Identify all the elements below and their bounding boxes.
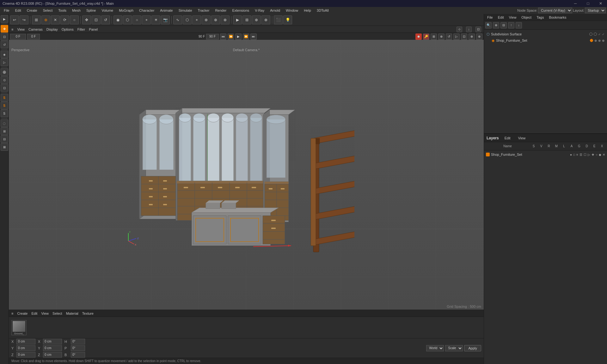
menu-volume[interactable]: Volume <box>99 8 116 13</box>
obj-toolbar-btn-3[interactable]: ⊟ <box>500 22 507 28</box>
tool-s2[interactable]: S <box>1 102 8 109</box>
viewport-fullscreen-btn[interactable]: ⊡ <box>475 27 481 32</box>
tool-mirror[interactable]: ⊙ <box>1 76 8 84</box>
tool-live-select[interactable]: ▷ <box>1 58 8 66</box>
playback-end-btn[interactable]: ⏭ <box>250 33 257 40</box>
viewport-down-btn[interactable]: ↓ <box>466 27 472 32</box>
pos-y-input[interactable] <box>16 345 35 351</box>
coord-mode-select[interactable]: Scale <box>445 345 463 351</box>
timeline-extra2[interactable]: ⊕ <box>469 33 475 40</box>
timeline-loop-btn[interactable]: ↺ <box>446 33 452 40</box>
mograph-btn[interactable]: ⌖ <box>192 15 201 24</box>
viewport-expand-btn[interactable]: ⊹ <box>457 27 462 32</box>
minimize-button[interactable]: ─ <box>569 0 582 7</box>
palette-btn[interactable]: ⬛ <box>274 15 283 24</box>
tool-polygon-pen[interactable]: ⊡ <box>1 84 8 92</box>
playback-start-btn[interactable]: ⏮ <box>220 33 226 40</box>
timeline-extra3[interactable]: ⊕ <box>476 33 482 40</box>
coord-system-select[interactable]: World <box>426 345 444 351</box>
viewport-menu-panel[interactable]: Panel <box>89 27 98 31</box>
menu-help[interactable]: Help <box>301 8 314 13</box>
obj-item-furniture-set[interactable]: ◉ Shop_Furniture_Set ⊕ ⊕ ⊕ <box>485 37 606 44</box>
tool-snap[interactable]: ◌ <box>1 119 8 127</box>
viewport-menu-filter[interactable]: Filter <box>77 27 85 31</box>
tag-btn[interactable]: ⊕ <box>221 15 230 24</box>
timeline-mode-btn[interactable]: ⊞ <box>431 33 437 40</box>
timeline-extra1[interactable]: ⊡ <box>461 33 467 40</box>
material-swatch-ground[interactable]: Ground_ <box>11 320 27 335</box>
auto-key-btn[interactable]: 🔑 <box>423 33 429 40</box>
tool-s1[interactable]: S <box>1 94 8 101</box>
render-settings-btn[interactable]: ⊕ <box>252 15 261 24</box>
mat-menu-view[interactable]: View <box>41 312 49 315</box>
menu-spline[interactable]: Spline <box>84 8 99 13</box>
end-frame-input[interactable] <box>206 34 219 39</box>
deformer-btn[interactable]: ∿ <box>173 15 182 24</box>
layer-icon-a[interactable]: ▷ <box>588 153 590 156</box>
icon-btn[interactable]: 💡 <box>283 15 292 24</box>
menu-tools[interactable]: Tools <box>56 8 69 13</box>
tool-brush[interactable]: ⊕ <box>1 68 8 76</box>
mat-menu-create[interactable]: Create <box>17 312 28 315</box>
generator-btn[interactable]: ⬡ <box>183 15 192 24</box>
obj-view-btn[interactable]: View <box>507 15 518 20</box>
menu-vray[interactable]: V-Ray <box>252 8 267 13</box>
layer-icon-r[interactable]: ≡ <box>576 153 578 156</box>
obj-tags-btn[interactable]: Tags <box>535 15 546 20</box>
menu-file[interactable]: File <box>1 8 12 13</box>
menu-simulate[interactable]: Simulate <box>176 8 195 13</box>
obj-object-btn[interactable]: Object <box>519 15 533 20</box>
layer-row-furniture[interactable]: Shop_Furniture_Set ● □ ≡ ☰ ☐ ▷ ❖ ○ ◆ ✕ <box>485 151 606 158</box>
obj-toolbar-btn-1[interactable]: 🔍 <box>485 22 492 28</box>
mat-menu-select[interactable]: Select <box>52 312 62 315</box>
layer-icon-d[interactable]: ○ <box>596 153 598 156</box>
viewport[interactable]: ≡ View Cameras Display Options Filter Pa… <box>9 26 484 310</box>
camera-btn[interactable]: 📷 <box>161 15 170 24</box>
scene-container[interactable]: Z Y X Grid Spacing : 500 cm Perspective … <box>9 40 484 310</box>
object-mode-btn[interactable]: ⊞ <box>32 15 41 24</box>
menu-select[interactable]: Select <box>40 8 55 13</box>
timeline-motion-btn[interactable]: ▷ <box>453 33 460 40</box>
tool-scale[interactable]: ⊡ <box>1 33 8 40</box>
menu-extensions[interactable]: Extensions <box>230 8 252 13</box>
obj-toolbar-btn-2[interactable]: ⊕ <box>493 22 499 28</box>
viewport-menu-toggle[interactable]: ≡ <box>11 27 13 31</box>
viewport-menu-options[interactable]: Options <box>62 27 74 31</box>
obj-toolbar-btn-5[interactable]: ↓ <box>516 22 522 28</box>
layer-icon-l[interactable]: ☐ <box>584 153 586 156</box>
tool-rotate[interactable]: ↺ <box>1 41 8 48</box>
playback-prev-btn[interactable]: ⏪ <box>228 33 234 40</box>
scale-tool-tb[interactable]: ⊡ <box>92 15 101 24</box>
null-obj-btn[interactable]: ◉ <box>113 15 122 24</box>
menu-edit[interactable]: Edit <box>13 8 24 13</box>
apply-button[interactable]: Apply <box>464 345 481 351</box>
obj-toolbar-btn-4[interactable]: ↑ <box>508 22 514 28</box>
mat-menu-edit[interactable]: Edit <box>31 312 37 315</box>
light-btn[interactable]: ☀ <box>151 15 160 24</box>
layer-icon-g[interactable]: ❖ <box>592 153 594 156</box>
menu-window[interactable]: Window <box>283 8 301 13</box>
menu-animate[interactable]: Animate <box>157 8 175 13</box>
pos-z-input[interactable] <box>16 352 35 358</box>
node-space-select[interactable]: Current (V-Ray) <box>538 8 572 13</box>
menu-tracker[interactable]: Tracker <box>195 8 212 13</box>
rot-b-input[interactable] <box>71 352 85 358</box>
mat-menu-material[interactable]: Material <box>66 312 78 315</box>
render-view-btn[interactable]: ▶ <box>233 15 242 24</box>
playback-next-btn[interactable]: ⏩ <box>243 33 249 40</box>
rotate-tool-tb[interactable]: ↺ <box>101 15 110 24</box>
tool-magnet[interactable]: ⊟ <box>1 135 8 143</box>
cylinder-btn[interactable]: ⌖ <box>142 15 151 24</box>
tool-mode[interactable]: ▶ <box>1 15 8 23</box>
tool-move[interactable]: ✥ <box>1 25 8 33</box>
start-frame-input[interactable] <box>27 34 40 39</box>
current-frame-input[interactable] <box>10 34 26 39</box>
maximize-button[interactable]: □ <box>582 0 594 7</box>
layers-view-btn[interactable]: View <box>516 136 528 140</box>
obj-bookmarks-btn[interactable]: Bookmarks <box>547 15 568 20</box>
obj-file-btn[interactable]: File <box>485 15 495 20</box>
tool-grid[interactable]: ⊞ <box>1 127 8 135</box>
field-btn[interactable]: ⊕ <box>211 15 220 24</box>
menu-3dtoall[interactable]: 3DToAll <box>314 8 331 13</box>
layer-icon-m[interactable]: ☰ <box>579 153 582 156</box>
